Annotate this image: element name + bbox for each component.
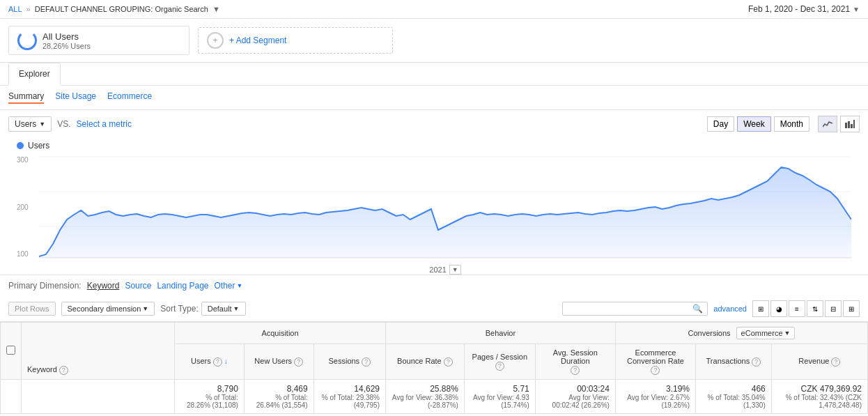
add-segment-icon: +	[207, 32, 224, 49]
tab-bar: Explorer	[0, 63, 868, 86]
sub-tab-summary[interactable]: Summary	[8, 91, 44, 104]
th-ecomm-conv-rate[interactable]: Ecommerce Conversion Rate ?	[615, 344, 695, 380]
bounce-rate-info-icon[interactable]: ?	[444, 357, 453, 367]
avg-session-info-icon[interactable]: ?	[571, 366, 580, 375]
conv-rate-info-icon[interactable]: ?	[651, 366, 660, 375]
breadcrumb-arrow[interactable]: ▼	[212, 5, 220, 13]
primary-dim-label: Primary Dimension:	[8, 281, 82, 291]
sort-type-dropdown[interactable]: Default ▼	[201, 302, 246, 316]
th-users[interactable]: Users ? ↓	[175, 344, 245, 380]
segment-1[interactable]: All Users 28.26% Users	[8, 26, 189, 55]
users-info-icon[interactable]: ?	[213, 357, 222, 367]
dim-keyword[interactable]: Keyword	[87, 281, 120, 291]
right-controls: 🔍 advanced ⊞ ◕ ≡ ⇅ ⊟ ⊞	[562, 300, 860, 317]
secondary-dim-dropdown[interactable]: Secondary dimension ▼	[61, 302, 155, 316]
total-transactions-cell: 466 % of Total: 35.04% (1,330)	[695, 379, 771, 413]
segment-bar: All Users 28.26% Users + + Add Segment	[0, 19, 868, 63]
chart-legend: Users	[17, 141, 851, 151]
select-metric-link[interactable]: Select a metric	[77, 119, 132, 129]
conv-rate-sub: Avg for View: 2.67% (19.26%)	[621, 394, 690, 409]
dimension-bar: Primary Dimension: Keyword Source Landin…	[0, 275, 868, 296]
svg-rect-2	[851, 124, 853, 128]
revenue-info-icon[interactable]: ?	[831, 357, 840, 367]
th-acquisition-group: Acquisition	[175, 323, 386, 344]
th-revenue[interactable]: Revenue ?	[771, 344, 867, 380]
chart-controls: Users ▼ VS. Select a metric Day Week Mon…	[0, 110, 868, 138]
breadcrumb: ALL » DEFAULT CHANNEL GROUPING: Organic …	[8, 5, 220, 13]
revenue-main: CZK 479,369.92	[777, 384, 862, 394]
dim-other[interactable]: Other ▼	[215, 281, 243, 291]
y-label-300: 300	[17, 156, 39, 164]
users-main: 8,790	[180, 384, 238, 394]
day-btn[interactable]: Day	[707, 116, 734, 132]
left-controls: Plot Rows Secondary dimension ▼ Sort Typ…	[8, 302, 246, 316]
search-box: 🔍	[562, 302, 708, 316]
th-avg-session-duration[interactable]: Avg. Session Duration ?	[535, 344, 615, 380]
breadcrumb-sep: »	[26, 5, 31, 13]
metric-label: Users	[15, 119, 36, 129]
conv-rate-main: 3.19%	[621, 384, 690, 394]
secondary-dim-arrow: ▼	[142, 305, 148, 312]
bar-chart-btn[interactable]	[840, 116, 860, 132]
top-bar: ALL » DEFAULT CHANNEL GROUPING: Organic …	[0, 0, 868, 19]
total-bounce-rate-cell: 25.88% Avg for View: 36.38% (-28.87%)	[386, 379, 465, 413]
avg-session-main: 00:03:24	[541, 384, 610, 394]
th-bounce-rate[interactable]: Bounce Rate ?	[386, 344, 465, 380]
th-pages-per-session[interactable]: Pages / Session ?	[464, 344, 535, 380]
search-input[interactable]	[567, 305, 692, 313]
sort-type-control: Sort Type: Default ▼	[160, 302, 245, 316]
th-keyword: Keyword ?	[22, 323, 175, 380]
dim-source[interactable]: Source	[125, 281, 151, 291]
x-label-2021: 2021	[429, 265, 446, 274]
dim-landing-page[interactable]: Landing Page	[157, 281, 208, 291]
new-users-info-icon[interactable]: ?	[294, 357, 303, 367]
add-segment-btn[interactable]: + + Add Segment	[198, 27, 393, 54]
legend-label: Users	[28, 141, 49, 151]
grid-view-btn[interactable]: ⊞	[752, 300, 769, 317]
pages-session-info-icon[interactable]: ?	[495, 362, 504, 371]
chart-type-btns	[818, 116, 860, 132]
date-range[interactable]: Feb 1, 2020 - Dec 31, 2021 ▼	[748, 4, 860, 14]
ecomm-arrow: ▼	[784, 330, 791, 337]
list-view-btn[interactable]: ≡	[789, 300, 805, 317]
segment-name: All Users	[42, 31, 91, 42]
tab-explorer[interactable]: Explorer	[8, 63, 61, 86]
th-conversions-group: Conversions eCommerce ▼	[615, 323, 867, 344]
sort-type-label: Sort Type:	[160, 304, 198, 314]
x-dropdown-arrow[interactable]: ▼	[449, 265, 461, 275]
sub-tab-site-usage[interactable]: Site Usage	[55, 91, 96, 104]
avg-session-sub: Avg for View: 00:02:42 (26.26%)	[541, 394, 610, 409]
metric-dropdown[interactable]: Users ▼	[8, 116, 52, 132]
table-view-btn[interactable]: ⊞	[843, 300, 860, 317]
date-range-label: Feb 1, 2020 - Dec 31, 2021	[748, 4, 850, 14]
users-sort-icon[interactable]: ↓	[224, 357, 228, 365]
advanced-link[interactable]: advanced	[713, 305, 747, 313]
month-btn[interactable]: Month	[774, 116, 809, 132]
pivot-view-btn[interactable]: ⇅	[807, 300, 823, 317]
plot-rows-btn[interactable]: Plot Rows	[8, 302, 56, 316]
compare-view-btn[interactable]: ⊟	[825, 300, 842, 317]
week-btn[interactable]: Week	[737, 116, 770, 132]
svg-rect-0	[845, 123, 847, 128]
th-transactions[interactable]: Transactions ?	[695, 344, 771, 380]
search-icon[interactable]: 🔍	[692, 304, 703, 314]
pages-session-sub: Avg for View: 4.93 (15.74%)	[470, 394, 529, 409]
keyword-info-icon[interactable]: ?	[59, 366, 68, 375]
th-sessions[interactable]: Sessions ?	[313, 344, 385, 380]
view-btns: ⊞ ◕ ≡ ⇅ ⊟ ⊞	[752, 300, 860, 317]
chart-svg	[39, 153, 851, 261]
sessions-info-icon[interactable]: ?	[362, 357, 371, 367]
sort-default-label: Default	[208, 305, 232, 313]
th-new-users[interactable]: New Users ?	[244, 344, 313, 380]
sub-tabs: Summary Site Usage Ecommerce	[0, 86, 868, 110]
line-chart-btn[interactable]	[818, 116, 837, 132]
data-table: Keyword ? Acquisition Behavior Conversio…	[0, 322, 868, 414]
ecommerce-dropdown[interactable]: eCommerce ▼	[736, 327, 796, 339]
breadcrumb-all[interactable]: ALL	[8, 5, 22, 13]
select-all-checkbox[interactable]	[6, 346, 15, 355]
transactions-main: 466	[702, 384, 766, 394]
sub-tab-ecommerce[interactable]: Ecommerce	[107, 91, 152, 104]
chart-area: Users 300 200 100	[8, 138, 860, 275]
pie-view-btn[interactable]: ◕	[770, 300, 787, 317]
transactions-info-icon[interactable]: ?	[752, 357, 761, 367]
